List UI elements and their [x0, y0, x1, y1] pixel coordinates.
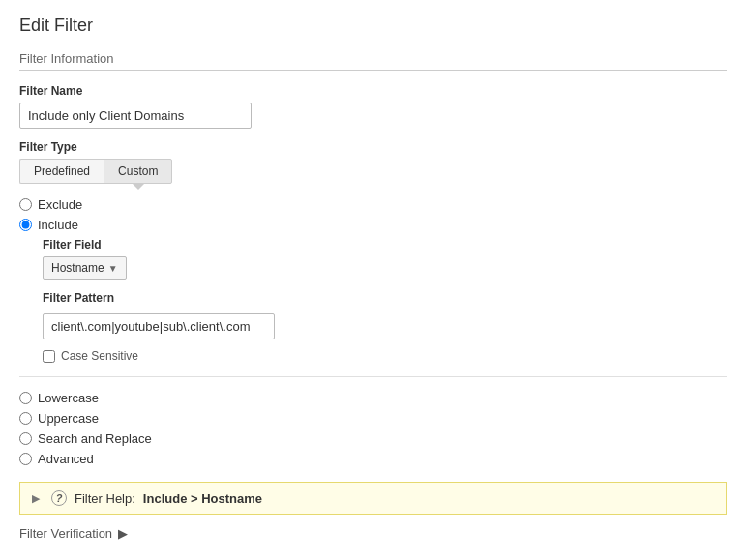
filter-pattern-input[interactable] — [43, 313, 275, 339]
uppercase-radio[interactable] — [19, 412, 32, 425]
filter-verification: Filter Verification ▶ — [19, 526, 727, 541]
separator — [19, 376, 727, 377]
filter-pattern-label: Filter Pattern — [43, 291, 727, 305]
filter-help-bar: ▶ ? Filter Help: Include > Hostname — [19, 482, 727, 515]
uppercase-label: Uppercase — [38, 411, 99, 426]
expand-icon[interactable]: ▶ — [32, 492, 40, 505]
advanced-radio[interactable] — [19, 453, 32, 465]
filter-name-input[interactable] — [19, 103, 252, 129]
help-icon: ? — [51, 490, 67, 506]
search-replace-radio[interactable] — [19, 432, 32, 445]
lowercase-radio[interactable] — [19, 392, 32, 404]
exclude-radio[interactable] — [19, 198, 32, 211]
filter-type-label: Filter Type — [19, 140, 727, 154]
custom-tab[interactable]: Custom — [104, 159, 172, 184]
case-sensitive-checkbox[interactable] — [43, 350, 55, 363]
help-prefix: Filter Help: — [75, 491, 135, 506]
chevron-down-icon: ▼ — [108, 263, 118, 274]
hostname-label: Hostname — [51, 261, 104, 275]
filter-verification-label: Filter Verification — [19, 526, 112, 541]
include-label: Include — [38, 218, 78, 232]
advanced-label: Advanced — [38, 452, 94, 466]
case-sensitive-label: Case Sensitive — [61, 349, 138, 363]
section-title: Filter Information — [19, 51, 727, 71]
include-radio[interactable] — [19, 219, 32, 231]
lowercase-label: Lowercase — [38, 391, 99, 405]
filter-name-label: Filter Name — [19, 84, 727, 98]
exclude-label: Exclude — [38, 197, 82, 212]
help-text: Include > Hostname — [143, 491, 262, 506]
search-replace-label: Search and Replace — [38, 431, 152, 446]
filter-verification-icon: ▶ — [118, 526, 128, 541]
predefined-tab[interactable]: Predefined — [19, 159, 104, 184]
filter-field-label: Filter Field — [43, 238, 727, 251]
page-title: Edit Filter — [19, 15, 727, 36]
hostname-dropdown[interactable]: Hostname ▼ — [43, 256, 127, 280]
